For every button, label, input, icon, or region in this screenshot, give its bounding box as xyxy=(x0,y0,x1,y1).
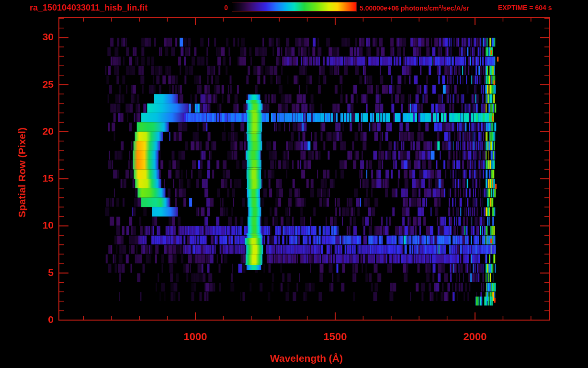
x-axis-title: Wavelength (Å) xyxy=(270,353,343,364)
colorbar-gradient xyxy=(232,2,356,11)
y-tick-label: 25 xyxy=(33,79,54,90)
x-tick-label: 1500 xyxy=(324,331,347,343)
y-tick-label: 5 xyxy=(33,267,54,278)
x-tick-label: 1000 xyxy=(184,331,207,343)
y-tick-label: 20 xyxy=(33,126,54,137)
file-title: ra_150104033011_hisb_lin.fit xyxy=(30,3,147,13)
exptime-label: EXPTIME = 604 s xyxy=(498,4,552,12)
y-tick-label: 30 xyxy=(33,31,54,43)
colorbar-max-label: 5.00000e+06 photons/cm2/sec/A/sr xyxy=(360,4,469,12)
y-tick-label: 0 xyxy=(33,314,54,325)
y-axis-title: Spatial Row (Pixel) xyxy=(16,127,28,218)
spectral-heatmap-canvas xyxy=(0,0,588,368)
idl-spectral-viewer: ra_150104033011_hisb_lin.fit 0 5.00000e+… xyxy=(0,0,588,368)
colorbar-max-label-post: /sec/A/sr xyxy=(441,4,469,12)
y-tick-label: 10 xyxy=(33,219,54,231)
y-tick-label: 15 xyxy=(33,172,54,184)
colorbar-max-label-pre: 5.00000e+06 photons/cm xyxy=(360,4,439,12)
x-tick-label: 2000 xyxy=(464,331,487,343)
colorbar xyxy=(232,2,357,12)
colorbar-min-label: 0 xyxy=(215,4,228,12)
